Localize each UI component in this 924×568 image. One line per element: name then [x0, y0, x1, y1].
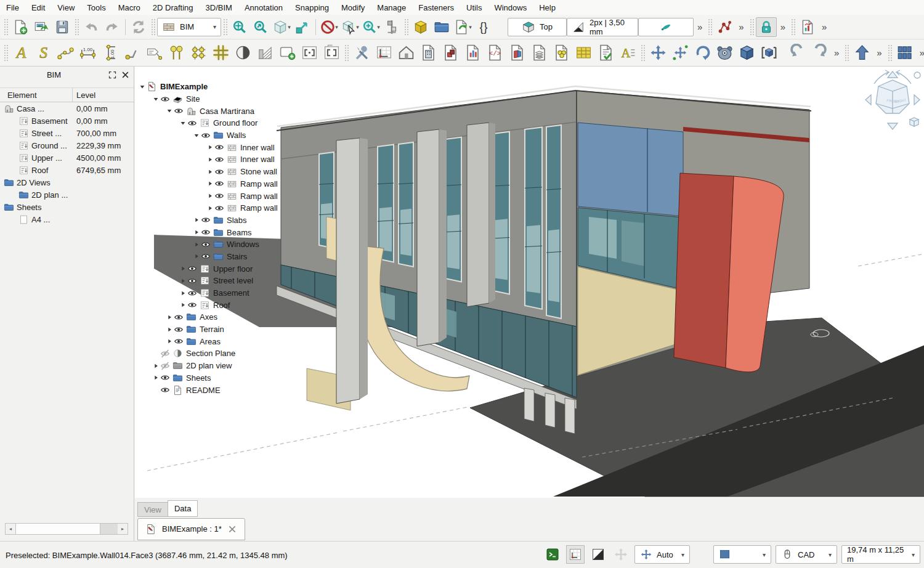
toolbar-drag-handle[interactable] [750, 18, 754, 36]
visibility-eye-icon[interactable] [214, 203, 224, 213]
schedule-table-button[interactable] [572, 41, 594, 65]
tree-collapsed-arrow-icon[interactable] [179, 277, 187, 285]
tree-collapsed-arrow-icon[interactable] [206, 192, 214, 200]
tree-expanded-arrow-icon[interactable] [165, 107, 174, 115]
visibility-eye-icon[interactable] [201, 251, 211, 261]
schedule-chart-button[interactable] [461, 41, 484, 65]
expression-editor-button[interactable] [473, 17, 494, 37]
menu-item-utils[interactable]: Utils [460, 2, 488, 14]
offset-2d-button[interactable] [808, 41, 830, 65]
bezier-curve-button[interactable] [54, 41, 76, 65]
console-toggle-button[interactable] [543, 545, 562, 564]
export-button[interactable]: ▾ [452, 17, 473, 37]
menu-item-modify[interactable]: Modify [335, 2, 371, 14]
mouse-navigation-select[interactable]: CAD ▾ [776, 545, 837, 564]
page-view-alt-button[interactable] [320, 41, 342, 65]
bim-panel-row-basement[interactable]: Basement0,00 mm [0, 115, 134, 127]
tree-item-beams[interactable]: Beams [138, 226, 278, 238]
visibility-eye-icon[interactable] [201, 227, 211, 237]
zoom-selection-button[interactable] [250, 17, 271, 37]
menu-item-3d-bim[interactable]: 3D/BIM [200, 2, 238, 14]
toolbar2-overflow-3[interactable]: » [916, 47, 924, 58]
menu-item-edit[interactable]: Edit [25, 2, 51, 14]
visibility-eye-icon[interactable] [160, 94, 170, 104]
sketch-tool-button[interactable] [638, 18, 694, 36]
toolbar2-overflow-1[interactable]: » [830, 47, 843, 58]
axis-system-button[interactable] [187, 41, 209, 65]
menu-item-windows[interactable]: Windows [488, 2, 533, 14]
visibility-eye-icon[interactable] [201, 131, 211, 140]
working-plane-top-button[interactable]: Top [508, 18, 567, 36]
menu-item-2d-drafting[interactable]: 2D Drafting [147, 2, 200, 14]
tree-item-stairs[interactable]: Stairs [138, 251, 278, 263]
tree-collapsed-arrow-icon[interactable] [165, 325, 174, 334]
tree-item-2d-plan-view[interactable]: 2D plan view [138, 360, 278, 372]
navigation-cube[interactable]: FRONT RIGHT [862, 68, 923, 133]
visibility-eye-icon[interactable] [187, 300, 197, 310]
tree-collapsed-arrow-icon[interactable] [192, 216, 201, 224]
offset-button[interactable] [786, 41, 808, 65]
tree-item-inner-wall[interactable]: Inner wall [138, 153, 278, 166]
scroll-right-arrow-icon[interactable]: ▸ [118, 524, 128, 534]
clipping-plane-button[interactable]: ▾ [318, 17, 339, 37]
rotation-mode-select[interactable]: Auto ▾ [634, 545, 690, 564]
refresh-button[interactable] [128, 17, 149, 37]
new-file-button[interactable] [10, 17, 31, 37]
bim-panel-row-casa[interactable]: Casa ...0,00 mm [0, 102, 134, 115]
column-level[interactable]: Level [73, 91, 95, 100]
panel-tools-button[interactable] [894, 41, 916, 65]
redo-button[interactable] [102, 17, 123, 37]
visibility-eye-icon[interactable] [214, 191, 224, 201]
isometric-view-button[interactable]: ▾ [271, 17, 292, 37]
layers-document-button[interactable] [528, 41, 550, 65]
toolbar-drag-handle[interactable] [4, 18, 8, 36]
tree-expanded-arrow-icon[interactable] [152, 95, 160, 103]
tree-collapsed-arrow-icon[interactable] [206, 143, 214, 152]
scroll-left-arrow-icon[interactable]: ◂ [6, 524, 15, 534]
visibility-eye-icon[interactable] [214, 155, 224, 164]
tree-collapsed-arrow-icon[interactable] [206, 179, 214, 188]
bim-panel-row-sheets[interactable]: Sheets [0, 201, 134, 213]
tree-item-ramp-wall[interactable]: Ramp wall [138, 202, 278, 214]
visibility-eye-icon[interactable] [174, 325, 184, 335]
menu-item-manage[interactable]: Manage [371, 2, 412, 14]
bim-panel-row-roof[interactable]: Roof6749,65 mm [0, 164, 134, 176]
bim-panel-row-street[interactable]: Street ...700,00 mm [0, 127, 134, 139]
menu-item-fasteners[interactable]: Fasteners [412, 2, 460, 14]
tree-item-windows[interactable]: Windows [138, 238, 278, 251]
tab-data[interactable]: Data [168, 500, 198, 517]
undo-button[interactable] [81, 17, 102, 37]
toolbar-overflow-3[interactable]: » [777, 22, 789, 32]
menu-item-tools[interactable]: Tools [81, 2, 111, 14]
toolbar-drag-handle[interactable] [223, 18, 227, 36]
lock-toggle-button[interactable] [756, 17, 777, 37]
tree-item-sheets[interactable]: Sheets [138, 372, 278, 384]
tree-item-areas[interactable]: Areas [138, 335, 278, 347]
tree-item-upper-floor[interactable]: Upper floor [138, 262, 278, 275]
linear-dimension-button[interactable] [76, 41, 99, 65]
preflight-check-button[interactable] [594, 41, 617, 65]
tree-item-walls[interactable]: Walls [138, 129, 278, 142]
tree-item-readme[interactable]: README [138, 384, 278, 396]
panel-close-icon[interactable] [121, 70, 130, 79]
toolbar-drag-handle[interactable] [791, 18, 795, 36]
column-element[interactable]: Element [0, 88, 73, 102]
visibility-eye-icon[interactable] [174, 312, 184, 322]
visibility-eye-icon[interactable] [187, 288, 197, 298]
toolbar-overflow-2[interactable]: » [735, 22, 747, 32]
ifc-document-button[interactable] [417, 41, 439, 65]
tree-item-inner-wall[interactable]: Inner wall [138, 141, 278, 153]
visibility-eye-icon[interactable] [201, 215, 211, 225]
visibility-eye-icon[interactable] [214, 142, 224, 152]
section-sphere-button[interactable] [232, 41, 254, 65]
visibility-eye-icon[interactable] [214, 179, 224, 189]
bim-panel-row-upper[interactable]: Upper ...4500,00 mm [0, 152, 134, 164]
menu-item-annotation[interactable]: Annotation [238, 2, 289, 14]
layer-color-select[interactable]: ▾ [713, 545, 771, 564]
create-group-button[interactable] [431, 17, 452, 37]
toolbar-drag-handle[interactable] [151, 18, 155, 36]
tree-collapsed-arrow-icon[interactable] [179, 301, 187, 309]
tree-item-section-plane[interactable]: Section Plane [138, 347, 278, 360]
rotate-button[interactable] [691, 41, 713, 65]
tree-item-ramp-wall[interactable]: Ramp wall [138, 190, 278, 202]
